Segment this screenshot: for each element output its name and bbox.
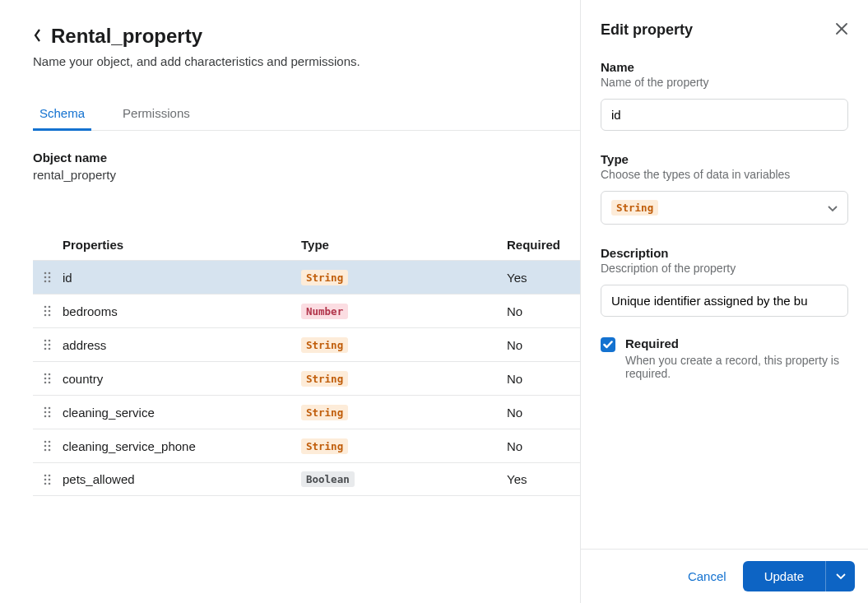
col-required: Required bbox=[507, 238, 580, 252]
svg-point-0 bbox=[44, 272, 47, 275]
drag-handle-icon[interactable] bbox=[33, 474, 63, 485]
description-input[interactable] bbox=[601, 285, 848, 317]
drag-handle-icon[interactable] bbox=[33, 339, 63, 350]
table-row[interactable]: cleaning_serviceStringNo bbox=[33, 395, 580, 429]
svg-point-24 bbox=[44, 407, 47, 410]
required-label: Required bbox=[625, 336, 848, 350]
svg-point-27 bbox=[49, 411, 51, 414]
type-label: Type bbox=[601, 152, 848, 166]
close-panel-button[interactable] bbox=[835, 22, 848, 38]
tab-schema[interactable]: Schema bbox=[33, 106, 91, 131]
main-content: Rental_property Name your object, and ad… bbox=[0, 0, 580, 603]
page-title: Rental_property bbox=[51, 25, 202, 48]
drag-handle-icon[interactable] bbox=[33, 373, 63, 384]
property-name: country bbox=[63, 372, 301, 386]
property-required: No bbox=[507, 439, 580, 453]
property-name: bedrooms bbox=[63, 304, 301, 318]
svg-point-14 bbox=[44, 344, 47, 346]
required-checkbox[interactable] bbox=[601, 337, 615, 352]
svg-point-16 bbox=[44, 348, 47, 350]
tab-permissions[interactable]: Permissions bbox=[116, 106, 197, 130]
description-label: Description bbox=[601, 246, 848, 260]
table-row[interactable]: pets_allowedBooleanYes bbox=[33, 462, 580, 496]
update-dropdown-button[interactable] bbox=[825, 561, 855, 591]
type-hint: Choose the types of data in variables bbox=[601, 168, 848, 181]
svg-point-26 bbox=[44, 411, 47, 414]
svg-point-36 bbox=[44, 474, 47, 476]
property-type: Boolean bbox=[301, 471, 507, 487]
svg-point-34 bbox=[44, 449, 47, 452]
panel-title: Edit property bbox=[601, 21, 693, 39]
property-type: String bbox=[301, 270, 507, 285]
svg-point-7 bbox=[49, 306, 51, 308]
drag-handle-icon[interactable] bbox=[33, 271, 63, 283]
property-type: String bbox=[301, 337, 507, 353]
required-hint: When you create a record, this property … bbox=[625, 354, 848, 380]
col-properties: Properties bbox=[63, 238, 301, 252]
svg-point-29 bbox=[49, 415, 51, 418]
drag-handle-icon[interactable] bbox=[33, 440, 63, 452]
svg-point-18 bbox=[44, 373, 47, 376]
svg-point-1 bbox=[49, 272, 51, 275]
property-name: pets_allowed bbox=[63, 472, 301, 486]
name-input[interactable] bbox=[601, 99, 848, 131]
property-required: Yes bbox=[507, 472, 580, 486]
table-row[interactable]: idStringYes bbox=[33, 260, 580, 294]
property-type: String bbox=[301, 405, 507, 420]
table-row[interactable]: cleaning_service_phoneStringNo bbox=[33, 429, 580, 462]
table-header: Properties Type Required bbox=[33, 238, 580, 260]
property-name: address bbox=[63, 338, 301, 352]
description-hint: Description of the property bbox=[601, 262, 848, 275]
object-name-label: Object name bbox=[33, 151, 580, 165]
property-name: cleaning_service_phone bbox=[63, 439, 301, 453]
tabs: SchemaPermissions bbox=[33, 106, 580, 131]
property-type: Number bbox=[301, 304, 507, 319]
svg-point-12 bbox=[44, 340, 47, 342]
drag-handle-icon[interactable] bbox=[33, 305, 63, 317]
panel-footer: Cancel Update bbox=[581, 549, 868, 603]
svg-point-4 bbox=[44, 281, 47, 283]
property-required: No bbox=[507, 372, 580, 386]
svg-point-17 bbox=[49, 348, 51, 350]
property-required: No bbox=[507, 338, 580, 352]
property-type: String bbox=[301, 371, 507, 387]
svg-point-38 bbox=[44, 478, 47, 480]
name-label: Name bbox=[601, 60, 848, 74]
svg-point-11 bbox=[49, 314, 51, 317]
svg-point-23 bbox=[49, 382, 51, 384]
update-button[interactable]: Update bbox=[743, 561, 825, 591]
property-name: cleaning_service bbox=[63, 406, 301, 420]
property-name: id bbox=[63, 271, 301, 285]
svg-point-9 bbox=[49, 310, 51, 313]
property-required: No bbox=[507, 406, 580, 420]
svg-point-13 bbox=[49, 340, 51, 342]
property-required: Yes bbox=[507, 271, 580, 285]
svg-point-6 bbox=[44, 306, 47, 308]
back-button[interactable] bbox=[33, 28, 43, 45]
svg-point-41 bbox=[49, 482, 51, 485]
svg-point-21 bbox=[49, 378, 51, 380]
required-field-group: Required When you create a record, this … bbox=[601, 336, 848, 380]
svg-point-5 bbox=[49, 281, 51, 283]
svg-point-31 bbox=[49, 441, 51, 443]
type-select[interactable]: String bbox=[601, 191, 848, 225]
svg-point-32 bbox=[44, 445, 47, 448]
description-field-group: Description Description of the property bbox=[601, 246, 848, 317]
svg-point-10 bbox=[44, 314, 47, 317]
type-field-group: Type Choose the types of data in variabl… bbox=[601, 152, 848, 225]
svg-point-3 bbox=[49, 276, 51, 279]
edit-property-panel: Edit property Name Name of the property … bbox=[580, 0, 868, 603]
property-required: No bbox=[507, 304, 580, 318]
svg-point-15 bbox=[49, 344, 51, 346]
table-row[interactable]: addressStringNo bbox=[33, 327, 580, 361]
svg-point-2 bbox=[44, 276, 47, 279]
drag-handle-icon[interactable] bbox=[33, 406, 63, 418]
name-field-group: Name Name of the property bbox=[601, 60, 848, 131]
cancel-button[interactable]: Cancel bbox=[688, 569, 726, 583]
svg-point-19 bbox=[49, 373, 51, 376]
table-row[interactable]: bedroomsNumberNo bbox=[33, 294, 580, 327]
svg-point-40 bbox=[44, 482, 47, 485]
table-row[interactable]: countryStringNo bbox=[33, 361, 580, 395]
svg-point-30 bbox=[44, 441, 47, 443]
type-select-value: String bbox=[611, 200, 658, 216]
